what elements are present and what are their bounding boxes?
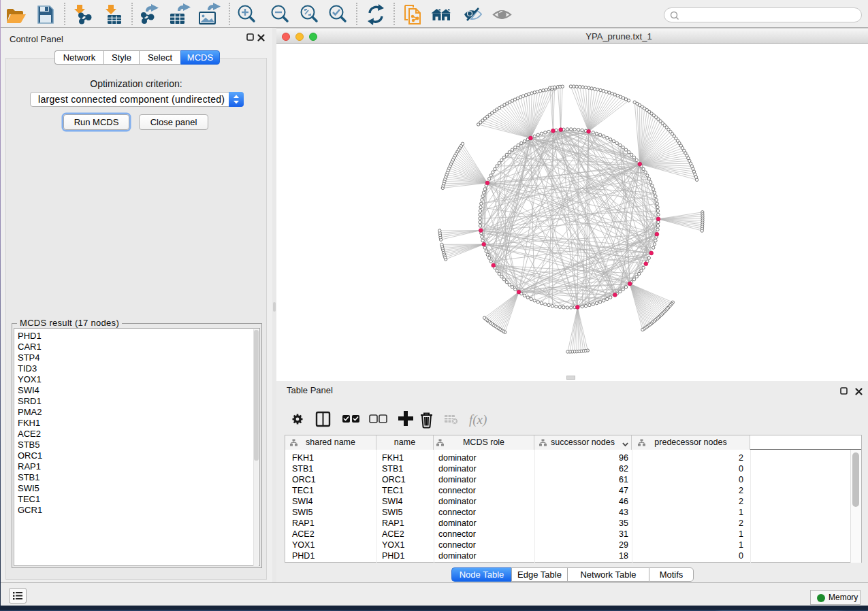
svg-text:f(x): f(x) [469,412,487,427]
